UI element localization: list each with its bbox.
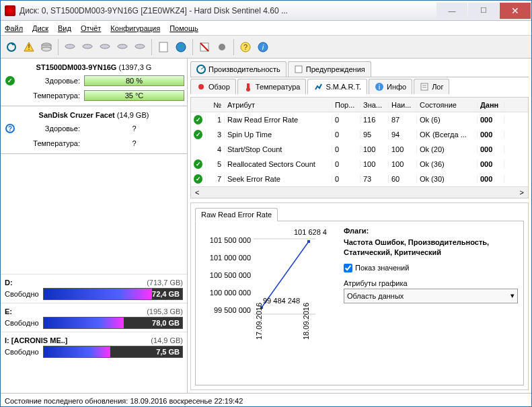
smart-data: 000 xyxy=(478,131,504,139)
menu-view[interactable]: Вид xyxy=(58,24,71,33)
smart-status: Ok (36) xyxy=(417,160,478,168)
tab-обзор[interactable]: Обзор xyxy=(190,79,236,94)
smart-threshold: 0 xyxy=(332,145,360,153)
svg-text:?: ? xyxy=(243,43,248,51)
temp-value: ? xyxy=(84,139,184,147)
disk-icon[interactable] xyxy=(38,39,54,55)
smart-threshold: 0 xyxy=(332,131,360,139)
smart-worst: 100 xyxy=(389,160,417,168)
svg-rect-26 xyxy=(421,83,428,90)
temp-bar: 35 °C xyxy=(84,90,184,101)
menu-file[interactable]: Файл xyxy=(5,24,23,33)
svg-point-11 xyxy=(176,42,186,52)
globe-icon[interactable] xyxy=(173,39,189,55)
partition-item[interactable]: E:(195,3 GB) Свободно78,0 GB xyxy=(1,303,187,332)
unknown-icon: ? xyxy=(5,124,15,133)
smart-data: 000 xyxy=(478,175,504,183)
tools-icon[interactable] xyxy=(214,39,230,55)
svg-text:101 628 4: 101 628 4 xyxy=(294,228,327,236)
svg-line-19 xyxy=(201,67,204,69)
disk-block[interactable]: ST1500DM003-9YN16G (1397,3 G Здоровье:80… xyxy=(1,59,187,106)
svg-rect-38 xyxy=(307,240,310,243)
smart-data: 000 xyxy=(478,160,504,168)
minimize-button[interactable]: — xyxy=(436,3,467,19)
disk4-icon[interactable] xyxy=(97,39,113,55)
show-values-input[interactable] xyxy=(344,264,352,272)
svg-text:100 500 000: 100 500 000 xyxy=(210,271,251,279)
free-label: Свободно xyxy=(5,348,39,356)
svg-point-4 xyxy=(42,47,51,51)
smart-no: 7 xyxy=(206,175,225,183)
partition-list: D:(713,7 GB) Свободно72,4 GBE:(195,3 GB)… xyxy=(1,274,187,394)
flags-title: Флаги: xyxy=(344,227,518,235)
tab-s.m.a.r.t.[interactable]: S.M.A.R.T. xyxy=(307,79,367,94)
smart-threshold: 0 xyxy=(332,160,360,168)
detail-panel: ПроизводительностьПредупреждения ОбзорТе… xyxy=(188,59,531,393)
drive-size: (195,3 GB) xyxy=(147,307,183,316)
smart-scrollbar[interactable]: <> xyxy=(191,186,528,198)
disk6-icon[interactable] xyxy=(132,39,148,55)
svg-rect-20 xyxy=(295,66,302,73)
svg-point-23 xyxy=(246,87,250,91)
tab-предупреждения[interactable]: Предупреждения xyxy=(288,61,371,77)
report-icon[interactable] xyxy=(155,39,172,55)
partition-item[interactable]: D:(713,7 GB) Свободно72,4 GB xyxy=(1,274,187,303)
menu-report[interactable]: Отчёт xyxy=(81,24,101,33)
graph-tab[interactable]: Raw Read Error Rate xyxy=(195,208,278,221)
smart-value: 116 xyxy=(360,116,389,124)
free-bar: 78,0 GB xyxy=(43,317,183,329)
smart-row[interactable]: 4 Start/Stop Count 0 100 100 Ok (20) 000 xyxy=(191,142,528,157)
log-icon xyxy=(420,82,429,91)
health-label: Здоровье: xyxy=(17,77,84,85)
menu-config[interactable]: Конфигурация xyxy=(110,24,160,33)
smart-no: 4 xyxy=(206,145,225,153)
warning-icon[interactable]: ! xyxy=(21,39,37,55)
temp-label: Температура: xyxy=(17,139,84,147)
svg-point-13 xyxy=(219,44,225,50)
refresh-icon[interactable] xyxy=(3,39,20,55)
flags-text: Частота Ошибок, Производительность, Стат… xyxy=(344,237,518,258)
health-value: ? xyxy=(84,124,184,133)
svg-text:!: ! xyxy=(28,43,30,51)
menubar: Файл Диск Вид Отчёт Конфигурация Помощь xyxy=(1,21,531,36)
smart-value: 73 xyxy=(360,175,389,183)
smart-row[interactable]: 5 Reallocated Sectors Count 0 100 100 Ok… xyxy=(191,157,528,172)
smart-data: 000 xyxy=(478,116,504,124)
disk3-icon[interactable] xyxy=(79,39,96,55)
smart-no: 1 xyxy=(206,116,225,124)
show-values-checkbox[interactable]: Показ значений xyxy=(344,264,518,272)
smart-worst: 100 xyxy=(389,145,417,153)
ok-icon xyxy=(194,130,202,139)
graph-attribute-combo[interactable]: Область данных▾ xyxy=(344,289,518,303)
help-icon[interactable]: ? xyxy=(237,39,254,55)
smart-row[interactable]: 7 Seek Error Rate 0 73 60 Ok (30) 000 xyxy=(191,172,528,186)
menu-disk[interactable]: Диск xyxy=(32,24,48,33)
smart-value: 100 xyxy=(360,145,389,153)
perf-icon xyxy=(196,65,206,74)
test-icon[interactable] xyxy=(196,39,213,55)
disk5-icon[interactable] xyxy=(114,39,130,55)
info-icon[interactable]: i xyxy=(255,39,271,55)
tab-лог[interactable]: Лог xyxy=(414,79,449,94)
free-bar: 7,5 GB xyxy=(43,346,183,358)
tab-температура[interactable]: Температура xyxy=(237,79,307,94)
smart-row[interactable]: 1 Raw Read Error Rate 0 116 87 Ok (6) 00… xyxy=(191,112,528,127)
svg-point-6 xyxy=(83,44,92,48)
chevron-down-icon: ▾ xyxy=(510,291,515,300)
maximize-button[interactable]: ☐ xyxy=(468,3,499,19)
graph-panel: Raw Read Error Rate 101 628 4 101 500 00… xyxy=(190,202,529,390)
smart-value: 95 xyxy=(360,131,389,139)
smart-status: Ok (20) xyxy=(417,145,478,153)
disk-block[interactable]: SanDisk Cruzer Facet (14,9 GB) ?Здоровье… xyxy=(1,106,187,154)
smart-row[interactable]: 3 Spin Up Time 0 95 94 OK (Всегда ... 00… xyxy=(191,127,528,142)
partition-item[interactable]: I: [ACRONIS ME..](14,9 GB) Свободно7,5 G… xyxy=(1,332,187,361)
smart-worst: 60 xyxy=(389,175,417,183)
tab-производительность[interactable]: Производительность xyxy=(190,61,287,77)
smart-worst: 94 xyxy=(389,131,417,139)
menu-help[interactable]: Помощь xyxy=(169,24,198,33)
smart-status: Ok (30) xyxy=(417,175,478,183)
smart-attr: Start/Stop Count xyxy=(225,145,332,153)
close-button[interactable]: ✕ xyxy=(500,3,531,19)
disk2-icon[interactable] xyxy=(62,39,78,55)
tab-инфо[interactable]: iИнфо xyxy=(369,79,412,94)
